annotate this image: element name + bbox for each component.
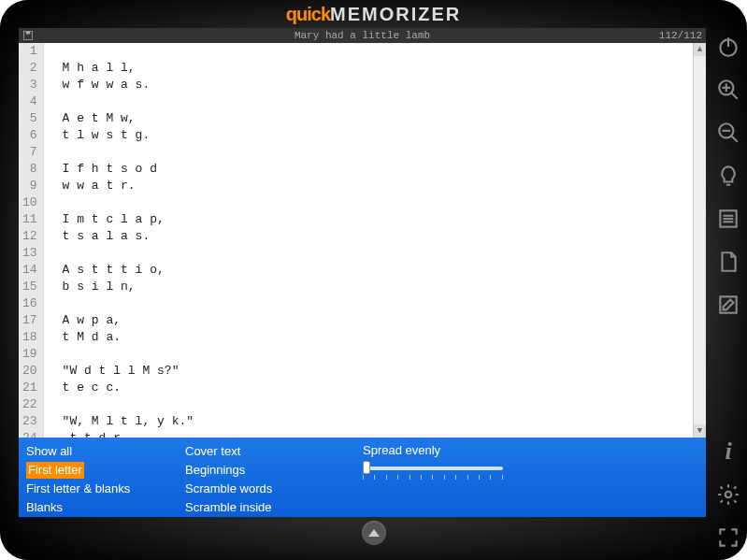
power-icon[interactable] xyxy=(715,34,741,60)
fullscreen-icon[interactable] xyxy=(715,524,741,551)
right-toolbar: i xyxy=(710,28,747,551)
filter-scramble-inside[interactable]: Scramble inside xyxy=(185,499,344,516)
filter-blanks[interactable]: Blanks xyxy=(26,499,185,516)
filter-first-letter[interactable]: First letter xyxy=(26,462,84,479)
expand-button[interactable] xyxy=(362,521,386,545)
line-gutter: 1 2 3 4 5 6 7 8 9 10 11 12 13 14 15 16 1… xyxy=(19,43,44,438)
list-icon[interactable] xyxy=(715,206,741,232)
spread-slider[interactable] xyxy=(363,463,503,480)
svg-rect-1 xyxy=(26,32,31,35)
filter-column-2: Cover textBeginningsScramble wordsScramb… xyxy=(185,443,344,511)
svg-line-9 xyxy=(731,136,738,142)
filter-scramble-words[interactable]: Scramble words xyxy=(185,481,344,497)
slider-thumb[interactable] xyxy=(363,461,370,474)
filter-first-letter-blanks[interactable]: First letter & blanks xyxy=(26,481,185,497)
editor-body: 1 2 3 4 5 6 7 8 9 10 11 12 13 14 15 16 1… xyxy=(19,43,706,438)
app-frame: quickMEMORIZER Mary had a little lamb 11… xyxy=(0,0,747,560)
filter-cover-text[interactable]: Cover text xyxy=(185,443,344,460)
gear-icon[interactable] xyxy=(715,481,741,508)
zoom-out-icon[interactable] xyxy=(715,120,741,146)
app-title: quickMEMORIZER xyxy=(0,4,747,25)
svg-point-16 xyxy=(725,492,732,498)
page-icon[interactable] xyxy=(715,249,741,275)
filter-beginnings[interactable]: Beginnings xyxy=(185,462,344,479)
scrollbar[interactable]: ▲ ▼ xyxy=(693,43,706,438)
title-quick: quick xyxy=(286,4,330,24)
editor-header: Mary had a little lamb 112/112 xyxy=(19,28,706,43)
word-counter: 112/112 xyxy=(659,30,702,41)
filter-panel: Show allFirst letterFirst letter & blank… xyxy=(19,438,706,517)
lightbulb-icon[interactable] xyxy=(715,163,741,189)
svg-line-5 xyxy=(731,93,738,99)
editor-pane: Mary had a little lamb 112/112 1 2 3 4 5… xyxy=(19,28,706,438)
save-icon[interactable] xyxy=(22,30,34,41)
zoom-in-icon[interactable] xyxy=(715,77,741,103)
scroll-up-icon[interactable]: ▲ xyxy=(694,43,706,56)
slider-label: Spread evenly xyxy=(363,443,503,457)
document-title: Mary had a little lamb xyxy=(294,30,430,41)
info-icon[interactable]: i xyxy=(715,438,741,465)
text-content[interactable]: M h a l l, w f w w a s. A e t M w, t l w… xyxy=(44,43,706,438)
filter-column-1: Show allFirst letterFirst letter & blank… xyxy=(26,443,185,511)
filter-show-all[interactable]: Show all xyxy=(26,443,185,460)
spread-slider-area: Spread evenly xyxy=(363,443,503,511)
title-memorizer: MEMORIZER xyxy=(330,4,461,24)
scroll-down-icon[interactable]: ▼ xyxy=(694,424,706,438)
edit-icon[interactable] xyxy=(715,292,741,318)
